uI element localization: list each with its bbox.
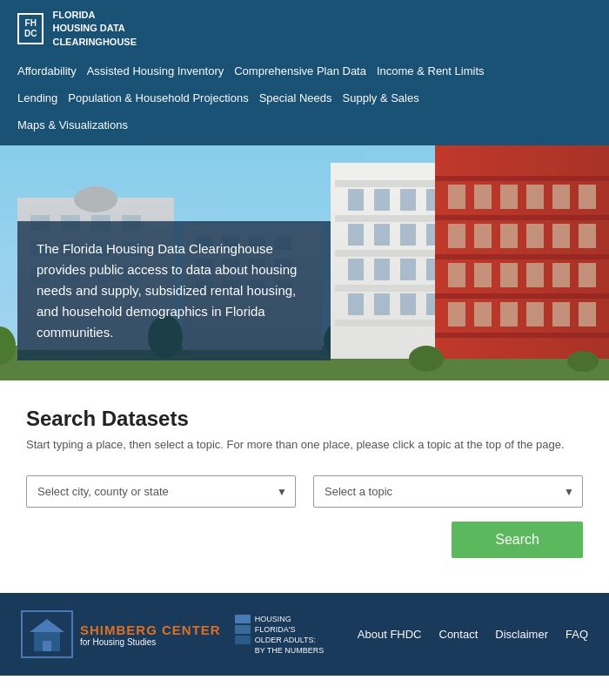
- svg-rect-71: [474, 224, 492, 248]
- shimberg-sub: for Housing Studies: [80, 637, 221, 647]
- svg-rect-54: [374, 293, 390, 315]
- footer-logos: SHIMBERG CENTER for Housing Studies HOUS…: [21, 610, 324, 658]
- svg-marker-91: [30, 619, 64, 632]
- svg-rect-75: [579, 224, 596, 248]
- svg-rect-74: [552, 224, 570, 248]
- footer-link-about[interactable]: About FHDC: [358, 628, 422, 641]
- svg-rect-45: [400, 224, 416, 246]
- city-dropdown-wrapper: Select city, county or state ▼: [26, 475, 296, 508]
- main-nav: Affordability Assisted Housing Inventory…: [0, 57, 609, 145]
- logo-fh: FH: [25, 18, 37, 28]
- svg-rect-44: [374, 224, 390, 246]
- nav-supply-sales[interactable]: Supply & Sales: [343, 88, 430, 108]
- svg-rect-49: [374, 259, 390, 280]
- svg-rect-66: [500, 185, 518, 209]
- svg-rect-69: [579, 185, 596, 209]
- logo-box: FH DC: [17, 13, 44, 44]
- hero-section: The Florida Housing Data Clearinghouse p…: [0, 145, 609, 380]
- main-content: Search Datasets Start typing a place, th…: [0, 380, 609, 593]
- logo2-line-3: OLDER ADULTS:: [235, 636, 325, 644]
- svg-rect-48: [348, 259, 364, 280]
- svg-rect-38: [348, 189, 364, 211]
- city-dropdown[interactable]: Select city, county or state: [26, 475, 296, 508]
- svg-rect-79: [526, 263, 544, 287]
- hero-building-right-svg: [331, 145, 609, 380]
- search-btn-row: Search: [26, 522, 583, 558]
- svg-rect-59: [435, 176, 609, 181]
- nav-population[interactable]: Population & Household Projections: [68, 88, 258, 108]
- nav-row-1: Affordability Assisted Housing Inventory…: [17, 57, 592, 84]
- search-button[interactable]: Search: [452, 522, 583, 558]
- search-form: Select city, county or state ▼ Select a …: [26, 475, 583, 558]
- org-name: FLORIDA HOUSING DATA CLEARINGHOUSE: [52, 9, 137, 49]
- svg-rect-85: [526, 302, 544, 326]
- search-title: Search Datasets: [26, 407, 583, 431]
- svg-rect-40: [400, 189, 416, 211]
- shimberg-logo: SHIMBERG CENTER for Housing Studies: [21, 610, 221, 658]
- logo2-icon-2: [235, 625, 251, 634]
- svg-rect-86: [552, 302, 570, 326]
- svg-rect-55: [400, 293, 416, 315]
- svg-rect-76: [448, 263, 465, 287]
- logo2-icon-3: [235, 636, 251, 644]
- footer-link-faq[interactable]: FAQ: [566, 628, 588, 641]
- svg-rect-84: [500, 302, 518, 326]
- shimberg-icon: [21, 610, 73, 658]
- svg-rect-82: [448, 302, 465, 326]
- svg-rect-83: [474, 302, 492, 326]
- svg-rect-62: [435, 293, 609, 299]
- nav-lending[interactable]: Lending: [17, 88, 68, 108]
- topic-dropdown-wrapper: Select a topic ▼: [313, 475, 583, 508]
- svg-rect-61: [435, 254, 609, 259]
- shimberg-name: SHIMBERG CENTER: [80, 623, 221, 637]
- footer-link-disclaimer[interactable]: Disclaimer: [495, 628, 548, 641]
- nav-special-needs[interactable]: Special Needs: [259, 88, 343, 108]
- nav-assisted-housing[interactable]: Assisted Housing Inventory: [87, 61, 235, 81]
- svg-rect-77: [474, 263, 492, 287]
- svg-point-15: [74, 186, 117, 212]
- svg-rect-63: [435, 333, 609, 338]
- svg-rect-64: [448, 185, 465, 209]
- nav-row-2: Lending Population & Household Projectio…: [17, 84, 592, 111]
- svg-rect-88: [331, 359, 609, 380]
- footer-logo2: HOUSING FLORIDA'S OLDER ADULTS: BY THE N…: [235, 615, 325, 655]
- shimberg-text: SHIMBERG CENTER for Housing Studies: [80, 623, 221, 647]
- hero-description: The Florida Housing Data Clearinghouse p…: [37, 241, 297, 340]
- site-header: FH DC FLORIDA HOUSING DATA CLEARINGHOUSE: [0, 0, 609, 57]
- svg-rect-65: [474, 185, 492, 209]
- svg-rect-60: [435, 215, 609, 220]
- nav-row-3: Maps & Visualizations: [17, 111, 592, 138]
- svg-rect-81: [579, 263, 596, 287]
- logo2-line-4: BY THE NUMBERS: [235, 646, 325, 655]
- svg-rect-72: [500, 224, 518, 248]
- search-subtitle: Start typing a place, then select a topi…: [26, 438, 583, 451]
- svg-rect-93: [43, 641, 51, 651]
- nav-maps[interactable]: Maps & Visualizations: [17, 115, 138, 135]
- nav-income-rent[interactable]: Income & Rent Limits: [377, 61, 495, 81]
- svg-rect-80: [552, 263, 570, 287]
- footer-link-contact[interactable]: Contact: [439, 628, 478, 641]
- logo-dc: DC: [24, 29, 37, 38]
- svg-rect-78: [500, 263, 518, 287]
- site-footer: SHIMBERG CENTER for Housing Studies HOUS…: [0, 593, 609, 676]
- svg-rect-39: [374, 189, 390, 211]
- svg-point-90: [567, 351, 599, 372]
- svg-rect-73: [526, 224, 544, 248]
- svg-rect-68: [552, 185, 570, 209]
- svg-point-89: [409, 346, 444, 372]
- hero-overlay: The Florida Housing Data Clearinghouse p…: [17, 221, 331, 360]
- svg-rect-67: [526, 185, 544, 209]
- svg-rect-53: [348, 293, 364, 315]
- svg-rect-43: [348, 224, 364, 246]
- nav-affordability[interactable]: Affordability: [17, 61, 87, 81]
- dropdowns-row: Select city, county or state ▼ Select a …: [26, 475, 583, 508]
- svg-rect-50: [400, 259, 416, 280]
- logo2-icon-1: [235, 615, 251, 623]
- shimberg-house-icon: [25, 615, 69, 654]
- svg-rect-70: [448, 224, 465, 248]
- topic-dropdown[interactable]: Select a topic: [313, 475, 583, 508]
- logo2-line-1: HOUSING: [235, 615, 325, 623]
- nav-comprehensive-plan[interactable]: Comprehensive Plan Data: [234, 61, 377, 81]
- svg-rect-87: [579, 302, 596, 326]
- footer-links: About FHDC Contact Disclaimer FAQ: [358, 628, 588, 641]
